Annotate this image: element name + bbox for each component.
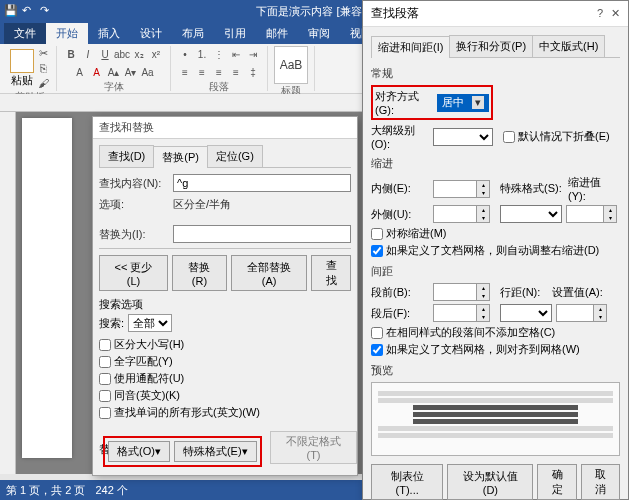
tab-home[interactable]: 开始 <box>46 23 88 44</box>
number-button[interactable]: 1. <box>194 46 210 62</box>
save-icon[interactable]: 💾 <box>4 4 18 18</box>
shrink-button[interactable]: A▾ <box>123 64 139 80</box>
indent-right-spin[interactable]: ▴▾ <box>433 205 490 223</box>
group-clipboard: 粘贴 ✂ ⎘ 🖌 剪贴板 <box>4 46 57 91</box>
chk-whole[interactable]: 全字匹配(Y) <box>99 354 351 369</box>
tab-mail[interactable]: 邮件 <box>256 23 298 44</box>
tabs-button[interactable]: 制表位(T)... <box>371 464 443 500</box>
fontcolor-button[interactable]: A <box>89 64 105 80</box>
section-preview: 预览 <box>371 363 620 378</box>
options-value: 区分全/半角 <box>173 197 231 212</box>
line-select[interactable] <box>500 304 552 322</box>
sub-button[interactable]: x₂ <box>131 46 147 62</box>
group-paragraph: • 1. ⋮ ⇤ ⇥ ≡ ≡ ≡ ≡ ‡ 段落 <box>171 46 268 91</box>
close-icon[interactable]: ✕ <box>611 7 620 20</box>
chevron-down-icon: ▾ <box>472 96 484 109</box>
findnext-button[interactable]: 查找 <box>311 255 351 291</box>
before-label: 段前(B): <box>371 285 429 300</box>
tab-breaks[interactable]: 换行和分页(P) <box>449 35 533 57</box>
multilevel-button[interactable]: ⋮ <box>211 46 227 62</box>
by-spin[interactable]: ▴▾ <box>566 205 617 223</box>
style-heading[interactable]: AaB <box>274 46 308 84</box>
redo-icon[interactable]: ↷ <box>40 4 54 18</box>
document-page[interactable] <box>22 118 72 458</box>
highlight-button[interactable]: A <box>72 64 88 80</box>
alignment-select[interactable]: 居中▾ <box>437 94 489 112</box>
quickaccess[interactable]: 💾 ↶ ↷ <box>4 4 54 18</box>
chk-case[interactable]: 区分大小写(H) <box>99 337 351 352</box>
tab-layout[interactable]: 布局 <box>172 23 214 44</box>
brush-icon[interactable]: 🖌 <box>36 76 50 90</box>
italic-button[interactable]: I <box>80 46 96 62</box>
status-page[interactable]: 第 1 页，共 2 页 <box>6 483 85 498</box>
tab-find[interactable]: 查找(D) <box>99 145 154 167</box>
ruler-vertical[interactable] <box>0 112 16 474</box>
highlight-alignment: 对齐方式(G): 居中▾ <box>371 85 493 120</box>
tab-insert[interactable]: 插入 <box>88 23 130 44</box>
alignr-button[interactable]: ≡ <box>211 64 227 80</box>
default-button[interactable]: 设为默认值(D) <box>447 464 533 500</box>
chk-mirror[interactable]: 对称缩进(M) <box>371 226 620 241</box>
group-styles: AaB 标题 <box>268 46 315 91</box>
replace-button[interactable]: 替换(R) <box>172 255 227 291</box>
chk-autogrid[interactable]: 如果定义了文档网格，则自动调整右缩进(D) <box>371 243 620 258</box>
strike-button[interactable]: abc <box>114 46 130 62</box>
tab-references[interactable]: 引用 <box>214 23 256 44</box>
before-spin[interactable]: ▴▾ <box>433 283 490 301</box>
replacewith-label: 替换为(I): <box>99 227 169 242</box>
clear-button[interactable]: Aa <box>140 64 156 80</box>
cut-icon[interactable]: ✂ <box>36 46 50 60</box>
alignment-label: 对齐方式(G): <box>375 89 433 116</box>
dedent-button[interactable]: ⇤ <box>228 46 244 62</box>
search-direction[interactable]: 全部 <box>128 314 172 332</box>
tab-file[interactable]: 文件 <box>4 23 46 44</box>
grow-button[interactable]: A▴ <box>106 64 122 80</box>
at-spin[interactable]: ▴▾ <box>556 304 607 322</box>
spacing-button[interactable]: ‡ <box>245 64 261 80</box>
tab-indent-spacing[interactable]: 缩进和间距(I) <box>371 36 450 58</box>
help-icon[interactable]: ? <box>597 7 603 20</box>
search-label: 搜索: <box>99 316 124 331</box>
alignj-button[interactable]: ≡ <box>228 64 244 80</box>
status-words[interactable]: 242 个 <box>95 483 127 498</box>
less-button[interactable]: << 更少(L) <box>99 255 168 291</box>
tab-design[interactable]: 设计 <box>130 23 172 44</box>
replaceall-button[interactable]: 全部替换(A) <box>231 255 307 291</box>
bold-button[interactable]: B <box>63 46 79 62</box>
after-spin[interactable]: ▴▾ <box>433 304 490 322</box>
at-label: 设置值(A): <box>552 285 606 300</box>
options-label: 选项: <box>99 197 169 212</box>
chk-snapgrid[interactable]: 如果定义了文档网格，则对齐到网格(W) <box>371 342 620 357</box>
special-select[interactable] <box>500 205 562 223</box>
tab-replace[interactable]: 替换(P) <box>153 146 208 168</box>
alignc-button[interactable]: ≡ <box>194 64 210 80</box>
outline-select[interactable] <box>433 128 493 146</box>
section-spacing: 间距 <box>371 264 620 279</box>
findwhat-label: 查找内容(N): <box>99 176 169 191</box>
alignl-button[interactable]: ≡ <box>177 64 193 80</box>
copy-icon[interactable]: ⎘ <box>36 61 50 75</box>
tab-review[interactable]: 审阅 <box>298 23 340 44</box>
tab-cjk[interactable]: 中文版式(H) <box>532 35 605 57</box>
chk-sounds[interactable]: 同音(英文)(K) <box>99 388 351 403</box>
find-tabs: 查找(D) 替换(P) 定位(G) <box>99 145 351 168</box>
special-button[interactable]: 特殊格式(E)▾ <box>174 441 257 462</box>
format-button[interactable]: 格式(O)▾ <box>108 441 170 462</box>
indent-button[interactable]: ⇥ <box>245 46 261 62</box>
findwhat-input[interactable] <box>173 174 351 192</box>
paste-button[interactable]: 粘贴 <box>10 49 34 88</box>
indent-left-spin[interactable]: ▴▾ <box>433 180 490 198</box>
sup-button[interactable]: x² <box>148 46 164 62</box>
underline-button[interactable]: U <box>97 46 113 62</box>
cancel-button[interactable]: 取消 <box>581 464 620 500</box>
bullets-button[interactable]: • <box>177 46 193 62</box>
replacewith-input[interactable] <box>173 225 351 243</box>
chk-nospace[interactable]: 在相同样式的段落间不添加空格(C) <box>371 325 620 340</box>
tab-goto[interactable]: 定位(G) <box>207 145 263 167</box>
chk-wildcards[interactable]: 使用通配符(U) <box>99 371 351 386</box>
chk-wordforms[interactable]: 查找单词的所有形式(英文)(W) <box>99 405 351 420</box>
font-label: 字体 <box>63 80 164 94</box>
undo-icon[interactable]: ↶ <box>22 4 36 18</box>
ok-button[interactable]: 确定 <box>537 464 576 500</box>
chk-collapse[interactable]: 默认情况下折叠(E) <box>503 129 610 144</box>
